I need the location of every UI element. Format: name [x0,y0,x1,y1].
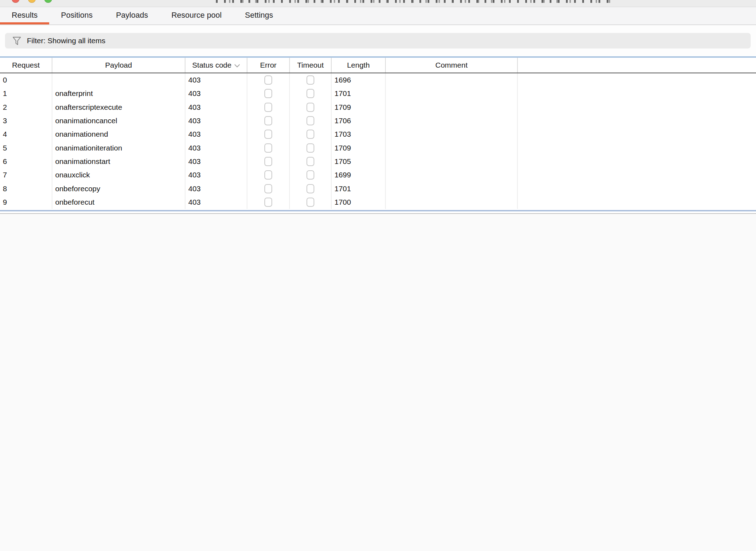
timeout-checkbox[interactable] [307,157,314,166]
table-row[interactable]: 9onbeforecut4031700 [0,195,756,209]
length-cell: 1701 [332,87,386,100]
column-header-label: Status code [192,61,231,69]
column-header-request[interactable]: Request [0,58,52,73]
table-row[interactable]: 5onanimationiteration4031709 [0,141,756,154]
timeout-checkbox[interactable] [307,198,314,207]
error-checkbox[interactable] [264,116,272,125]
filler-cell [518,114,756,127]
table-row[interactable]: 7onauxclick4031699 [0,168,756,182]
payload-cell-text: onanimationstart [55,157,110,166]
payload-cell-text: onanimationcancel [55,117,117,125]
timeout-checkbox[interactable] [307,75,314,85]
comment-cell [386,195,518,209]
column-header-error[interactable]: Error [247,58,290,73]
zoom-button[interactable] [44,0,52,3]
table-row[interactable]: 4onanimationend4031703 [0,127,756,141]
status-code-cell-text: 403 [188,198,201,206]
column-header-comment[interactable]: Comment [386,58,518,73]
comment-cell [386,114,518,127]
error-checkbox[interactable] [264,103,272,112]
table-row[interactable]: 1onafterprint4031701 [0,87,756,100]
column-header-status-code[interactable]: Status code [185,58,247,73]
error-cell [247,101,290,114]
tab-label: Payloads [116,11,148,20]
payload-cell: onafterscriptexecute [52,101,185,114]
table-row[interactable]: 2onafterscriptexecute4031709 [0,101,756,114]
error-checkbox[interactable] [264,75,272,85]
length-cell-text: 1709 [334,103,351,112]
timeout-checkbox[interactable] [307,89,314,98]
tab-label: Positions [61,11,92,20]
length-cell: 1709 [332,141,386,154]
length-cell: 1703 [332,127,386,141]
timeout-checkbox[interactable] [307,170,314,180]
status-code-cell: 403 [185,127,247,141]
payload-cell: onbeforecut [52,195,185,209]
filler-cell [518,168,756,182]
status-code-cell-text: 403 [188,103,201,112]
tab-results[interactable]: Results [0,7,49,24]
error-checkbox[interactable] [264,184,272,193]
table-row[interactable]: 04031696 [0,73,756,87]
error-checkbox[interactable] [264,198,272,207]
table-row[interactable]: 8onbeforecopy4031701 [0,182,756,195]
column-header-timeout[interactable]: Timeout [290,58,332,73]
timeout-checkbox[interactable] [307,143,314,153]
status-code-cell: 403 [185,182,247,195]
active-tab-underline [0,22,49,24]
tab-payloads[interactable]: Payloads [104,7,160,24]
length-cell: 1696 [332,73,386,87]
error-cell [247,114,290,127]
error-checkbox[interactable] [264,143,272,153]
tab-settings[interactable]: Settings [233,7,285,24]
length-cell-text: 1701 [334,184,351,193]
close-button[interactable] [12,0,19,3]
timeout-checkbox[interactable] [307,116,314,125]
request-cell-text: 1 [3,89,7,98]
timeout-cell [290,87,332,100]
error-cell [247,182,290,195]
table-row[interactable]: 3onanimationcancel4031706 [0,114,756,127]
column-header-length[interactable]: Length [332,58,386,73]
request-cell: 9 [0,195,52,209]
minimize-button[interactable] [28,0,36,3]
filler-cell [518,195,756,209]
error-checkbox[interactable] [264,170,272,180]
payload-cell: onafterprint [52,87,185,100]
payload-cell-text: onanimationiteration [55,144,122,152]
payload-cell-text: onauxclick [55,171,90,179]
results-table: RequestPayloadStatus codeErrorTimeoutLen… [0,56,756,209]
comment-cell [386,87,518,100]
table-row[interactable]: 6onanimationstart4031705 [0,155,756,168]
filter-bar[interactable]: Filter: Showing all items [5,33,751,49]
filler-cell [518,127,756,141]
request-cell: 6 [0,155,52,168]
timeout-cell [290,73,332,87]
status-code-cell: 403 [185,73,247,87]
timeout-checkbox[interactable] [307,130,314,139]
error-checkbox[interactable] [264,157,272,166]
timeout-cell [290,168,332,182]
table-body: 040316961onafterprint40317012onafterscri… [0,73,756,209]
timeout-cell [290,195,332,209]
timeout-cell [290,101,332,114]
payload-cell: onauxclick [52,168,185,182]
error-cell [247,195,290,209]
request-cell: 4 [0,127,52,141]
tab-label: Settings [245,11,273,20]
tab-positions[interactable]: Positions [49,7,104,24]
payload-cell: onanimationend [52,127,185,141]
column-header-payload[interactable]: Payload [52,58,185,73]
error-checkbox[interactable] [264,130,272,139]
filter-label: Filter: Showing all items [27,36,105,45]
payload-cell: onanimationcancel [52,114,185,127]
error-checkbox[interactable] [264,89,272,98]
length-cell: 1706 [332,114,386,127]
payload-cell-text: onanimationend [55,130,108,138]
timeout-checkbox[interactable] [307,184,314,193]
tab-label: Results [12,11,38,20]
request-cell: 7 [0,168,52,182]
comment-cell [386,101,518,114]
timeout-checkbox[interactable] [307,103,314,112]
tab-resource-pool[interactable]: Resource pool [160,7,233,24]
